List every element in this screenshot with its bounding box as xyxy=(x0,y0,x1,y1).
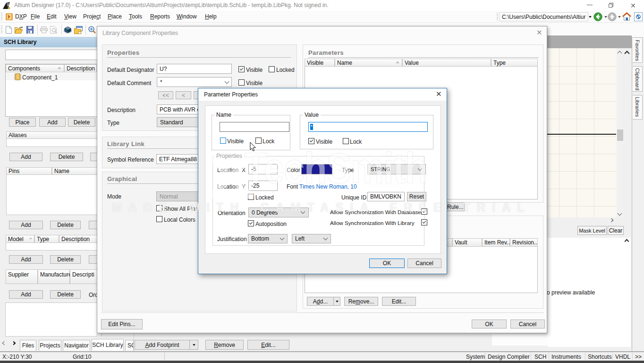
svg-text:17: 17 xyxy=(7,3,11,6)
